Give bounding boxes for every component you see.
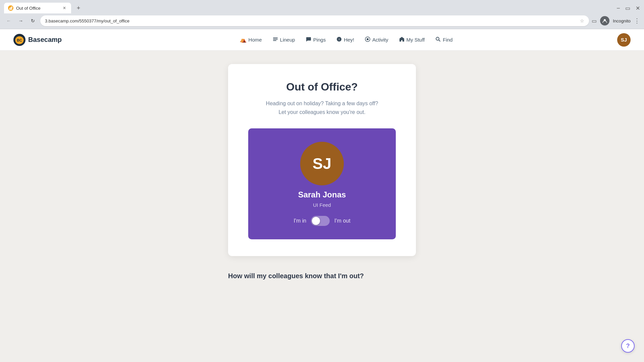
toolbar-right: ▭ Incognito ⋮ xyxy=(592,16,640,25)
toggle-knob xyxy=(312,217,320,225)
hey-icon: ! xyxy=(336,37,342,43)
profile-name: Sarah Jonas xyxy=(298,190,346,199)
pings-icon xyxy=(306,37,311,43)
svg-line-10 xyxy=(439,40,440,41)
profile-team: UI Feed xyxy=(313,202,331,208)
nav-find[interactable]: Find xyxy=(431,34,457,46)
nav-lineup-label: Lineup xyxy=(280,37,295,43)
nav-pings[interactable]: Pings xyxy=(301,34,331,46)
lineup-icon xyxy=(273,37,278,43)
home-icon: ⛺ xyxy=(240,37,247,43)
maximize-button[interactable]: ▭ xyxy=(625,5,630,11)
tab-title: Out of Office xyxy=(16,6,59,11)
browser-titlebar: 🏕 Out of Office ✕ + – ▭ ✕ xyxy=(0,0,644,13)
user-avatar[interactable]: SJ xyxy=(617,33,631,47)
nav-hey[interactable]: ! Hey! xyxy=(332,34,359,46)
help-button[interactable]: ? xyxy=(621,339,635,353)
page-title: Out of Office? xyxy=(248,81,396,93)
mystuff-icon xyxy=(399,37,405,43)
forward-button[interactable]: → xyxy=(16,16,25,25)
nav-lineup[interactable]: Lineup xyxy=(268,34,300,46)
nav-links: ⛺ Home Lineup Pings xyxy=(75,34,617,46)
nav-mystuff-label: My Stuff xyxy=(407,37,425,43)
basecamp-logo-icon: BC xyxy=(13,34,25,46)
find-icon xyxy=(435,37,441,43)
activity-icon xyxy=(365,37,370,43)
minimize-button[interactable]: – xyxy=(617,5,620,11)
bottom-heading: How will my colleagues know that I'm out… xyxy=(228,272,416,280)
nav-home[interactable]: ⛺ Home xyxy=(235,34,267,46)
card-subtitle: Heading out on holiday? Taking a few day… xyxy=(248,99,396,116)
status-toggle[interactable] xyxy=(311,216,330,226)
browser-profile-button[interactable] xyxy=(600,16,609,25)
incognito-label: Incognito xyxy=(613,18,631,23)
nav-activity-label: Activity xyxy=(372,37,388,43)
url-text: 3.basecamp.com/5550377/my/out_of_office xyxy=(45,18,577,23)
out-of-office-card: Out of Office? Heading out on holiday? T… xyxy=(228,64,416,256)
toggle-row: I'm in I'm out xyxy=(293,216,350,226)
nav-find-label: Find xyxy=(443,37,452,43)
window-controls: – ▭ ✕ xyxy=(617,5,640,11)
profile-avatar: SJ xyxy=(300,142,344,185)
toggle-in-label: I'm in xyxy=(293,218,306,224)
svg-point-8 xyxy=(367,38,369,40)
nav-home-label: Home xyxy=(249,37,262,43)
nav-activity[interactable]: Activity xyxy=(360,34,393,46)
svg-rect-3 xyxy=(273,38,278,38)
tab-close-button[interactable]: ✕ xyxy=(62,5,67,11)
nav-hey-label: Hey! xyxy=(344,37,354,43)
subtitle-line2: Let your colleagues know you're out. xyxy=(278,109,365,115)
logo-link[interactable]: BC Basecamp xyxy=(13,34,62,46)
main-content: Out of Office? Heading out on holiday? T… xyxy=(0,51,644,293)
browser-toolbar: ← → ↻ 3.basecamp.com/5550377/my/out_of_o… xyxy=(0,13,644,29)
refresh-button[interactable]: ↻ xyxy=(28,16,38,25)
profile-card: SJ Sarah Jonas UI Feed I'm in I'm out xyxy=(248,128,396,239)
svg-rect-4 xyxy=(273,39,278,40)
subtitle-line1: Heading out on holiday? Taking a few day… xyxy=(266,101,378,106)
back-button[interactable]: ← xyxy=(4,16,13,25)
browser-tab[interactable]: 🏕 Out of Office ✕ xyxy=(4,3,71,13)
browser-chrome: 🏕 Out of Office ✕ + – ▭ ✕ ← → ↻ 3.baseca… xyxy=(0,0,644,29)
svg-rect-5 xyxy=(273,40,276,41)
extensions-button[interactable]: ▭ xyxy=(592,18,597,24)
close-button[interactable]: ✕ xyxy=(636,5,640,11)
tab-favicon: 🏕 xyxy=(8,5,13,11)
address-bar[interactable]: 3.basecamp.com/5550377/my/out_of_office … xyxy=(40,15,589,26)
bottom-section: How will my colleagues know that I'm out… xyxy=(228,272,416,280)
browser-menu-button[interactable]: ⋮ xyxy=(634,17,640,24)
logo-text: Basecamp xyxy=(28,36,62,44)
new-tab-button[interactable]: + xyxy=(74,3,83,13)
app-navbar: BC Basecamp ⛺ Home Lineup P xyxy=(0,29,644,51)
svg-text:BC: BC xyxy=(17,38,22,42)
svg-text:!: ! xyxy=(339,38,340,41)
address-bar-icons: ☆ xyxy=(580,18,584,23)
nav-mystuff[interactable]: My Stuff xyxy=(394,34,430,46)
toggle-out-label: I'm out xyxy=(334,218,351,224)
nav-pings-label: Pings xyxy=(313,37,326,43)
bookmark-icon[interactable]: ☆ xyxy=(580,18,584,23)
